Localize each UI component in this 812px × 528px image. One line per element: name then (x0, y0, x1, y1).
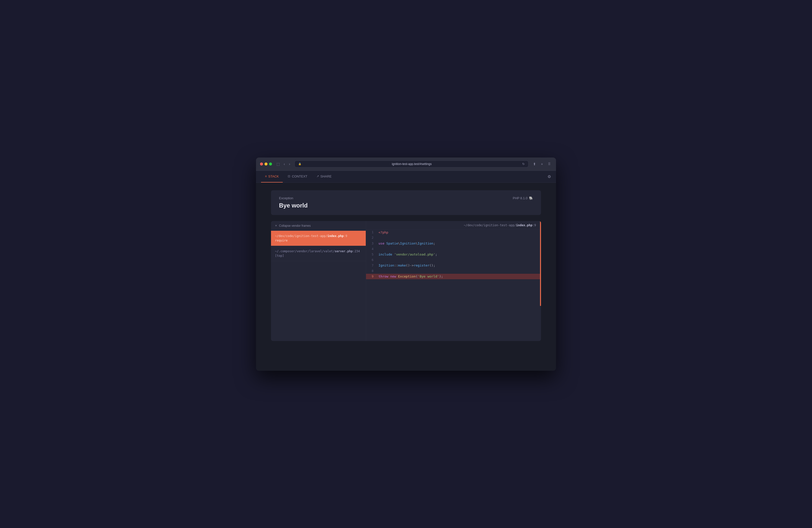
address-bar[interactable]: 🔒 ignition-test-app.test/#settings ↻ (294, 161, 528, 167)
code-line-9: 9 throw new Exception('Bye world'); (366, 274, 541, 279)
tab-stack-label: STACK (268, 175, 279, 178)
line-num-6: 6 (366, 258, 378, 263)
tab-share[interactable]: ↗ SHARE (313, 171, 336, 182)
tab-context-label: CONTEXT (292, 175, 307, 178)
extensions-button[interactable]: ⠿ (547, 161, 552, 167)
url-text: ignition-test-app.test/#settings (303, 162, 520, 166)
code-area: ✕ Collapse vendor frames ~/dev/code/igni… (271, 221, 541, 341)
forward-button[interactable]: › (288, 161, 292, 167)
code-line-8: 8 (366, 268, 541, 274)
line-content-4 (378, 246, 386, 252)
stack-frame-2[interactable]: ~/.composer/vendor/laravel/valet/server.… (271, 246, 366, 261)
main-content: Exception Bye world PHP 8.1.0 🐘 ✕ Collap… (256, 183, 556, 349)
settings-button[interactable]: ⚙ (548, 174, 551, 179)
line-content-5: include 'vendor/autoload.php'; (378, 252, 442, 257)
browser-window: ⬚ ‹ › 🔒 ignition-test-app.test/#settings… (256, 158, 556, 371)
tab-context[interactable]: ⊡ CONTEXT (284, 171, 311, 182)
frame-2-file-bold: server.php (334, 249, 352, 253)
code-path-bold: index.php (516, 223, 533, 227)
stack-frame-1[interactable]: ~/dev/code/ignition-test-app/index.php:9… (271, 231, 366, 246)
code-panel: ~/dev/code/ignition-test-app/index.php:9… (366, 221, 541, 341)
code-lines: 1 <?php 2 3 use Spatie\Ignition\Ignition… (366, 230, 541, 279)
line-num-1: 1 (366, 230, 378, 235)
app-container: ≡ STACK ⊡ CONTEXT ↗ SHARE ⚙ Exception (256, 171, 556, 371)
new-tab-button[interactable]: + (539, 161, 545, 167)
line-content-2 (378, 235, 386, 241)
stack-panel: ✕ Collapse vendor frames ~/dev/code/igni… (271, 221, 366, 341)
line-content-6 (378, 257, 386, 263)
exception-meta: PHP 8.1.0 🐘 (513, 196, 533, 200)
top-nav: ≡ STACK ⊡ CONTEXT ↗ SHARE ⚙ (256, 171, 556, 183)
line-num-9: 9 (366, 274, 378, 279)
code-file-path: ~/dev/code/ignition-test-app/index.php:9 (366, 221, 541, 230)
exception-card: Exception Bye world PHP 8.1.0 🐘 (271, 190, 541, 215)
stack-icon: ≡ (265, 175, 267, 178)
frame-1-function: require (275, 239, 362, 242)
code-line-1: 1 <?php (366, 230, 541, 235)
back-button[interactable]: ‹ (282, 161, 287, 167)
code-path-line: :9 (533, 223, 536, 227)
code-path-prefix: ~/dev/code/ignition-test-app/ (464, 223, 516, 227)
tab-share-label: SHARE (320, 175, 332, 178)
collapse-vendor-button[interactable]: ✕ Collapse vendor frames (271, 221, 366, 231)
code-line-5: 5 include 'vendor/autoload.php'; (366, 252, 541, 257)
refresh-button[interactable]: ↻ (522, 162, 525, 166)
php-icon: 🐘 (529, 196, 533, 200)
line-num-3: 3 (366, 241, 378, 246)
browser-chrome: ⬚ ‹ › 🔒 ignition-test-app.test/#settings… (256, 158, 556, 171)
frame-1-file: ~/dev/code/ignition-test-app/index.php:9 (275, 234, 362, 238)
line-num-4: 4 (366, 247, 378, 251)
exception-type: Exception (279, 196, 308, 200)
nav-tabs: ≡ STACK ⊡ CONTEXT ↗ SHARE (261, 171, 335, 182)
code-line-7: 7 Ignition::make()->register(); (366, 263, 541, 268)
code-line-4: 4 (366, 246, 541, 252)
line-num-5: 5 (366, 252, 378, 257)
tab-stack[interactable]: ≡ STACK (261, 171, 283, 182)
collapse-icon: ✕ (275, 224, 277, 227)
collapse-vendor-label: Collapse vendor frames (279, 224, 311, 228)
exception-message: Bye world (279, 202, 308, 209)
line-num-2: 2 (366, 235, 378, 240)
line-num-8: 8 (366, 268, 378, 274)
sidebar-toggle-button[interactable]: ⬚ (275, 161, 281, 167)
frame-1-line: :9 (344, 234, 347, 238)
php-version-text: PHP 8.1.0 (513, 196, 527, 200)
frame-2-function: [top] (275, 254, 362, 258)
scroll-indicator (540, 221, 541, 306)
share-icon: ↗ (317, 175, 319, 178)
line-content-3: use Spatie\Ignition\Ignition; (378, 241, 440, 246)
traffic-lights (260, 162, 272, 165)
code-line-6: 6 (366, 257, 541, 263)
frame-2-file-prefix: ~/.composer/vendor/laravel/valet/ (275, 249, 334, 253)
browser-actions: ⬆ + ⠿ (532, 161, 552, 167)
exception-info: Exception Bye world (279, 196, 308, 209)
line-content-8 (378, 268, 386, 274)
fullscreen-button[interactable] (269, 162, 272, 165)
share-page-button[interactable]: ⬆ (532, 161, 537, 167)
code-line-2: 2 (366, 235, 541, 241)
line-content-1: <?php (378, 230, 393, 235)
minimize-button[interactable] (264, 162, 267, 165)
line-content-9: throw new Exception('Bye world'); (378, 274, 448, 279)
line-content-7: Ignition::make()->register(); (378, 263, 440, 268)
context-icon: ⊡ (288, 175, 290, 178)
code-line-3: 3 use Spatie\Ignition\Ignition; (366, 241, 541, 246)
close-button[interactable] (260, 162, 263, 165)
php-version: PHP 8.1.0 🐘 (513, 196, 533, 200)
frame-1-file-prefix: ~/dev/code/ignition-test-app/ (275, 234, 328, 238)
browser-controls: ⬚ ‹ › (275, 161, 291, 167)
line-num-7: 7 (366, 263, 378, 268)
lock-icon: 🔒 (298, 162, 301, 165)
frame-2-file: ~/.composer/vendor/laravel/valet/server.… (275, 249, 362, 253)
frame-1-file-bold: index.php (328, 234, 344, 238)
frame-2-line: :234 (353, 249, 360, 253)
